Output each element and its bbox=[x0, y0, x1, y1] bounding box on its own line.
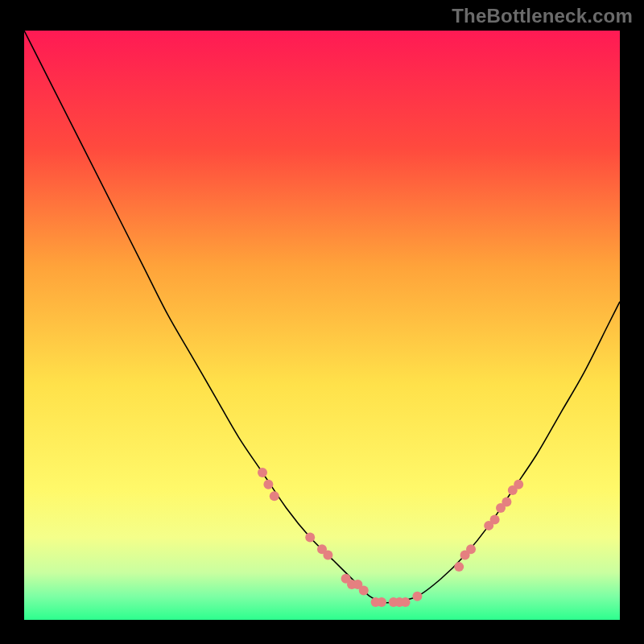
marker-point bbox=[514, 480, 523, 489]
marker-point bbox=[263, 480, 273, 489]
gradient-background bbox=[24, 31, 620, 620]
marker-point bbox=[323, 550, 332, 559]
marker-point bbox=[401, 597, 411, 607]
plot-area bbox=[24, 31, 620, 620]
marker-point bbox=[454, 562, 464, 572]
marker-point bbox=[305, 533, 315, 543]
marker-point bbox=[412, 592, 422, 601]
watermark-label: TheBottleneck.com bbox=[452, 5, 633, 27]
marker-point bbox=[377, 597, 386, 607]
marker-point bbox=[466, 544, 476, 554]
marker-point bbox=[270, 491, 279, 501]
marker-point bbox=[359, 585, 369, 595]
chart-svg bbox=[24, 31, 620, 620]
figure-root: TheBottleneck.com bbox=[0, 0, 644, 644]
marker-point bbox=[502, 497, 511, 507]
marker-point bbox=[258, 468, 267, 477]
marker-point bbox=[490, 515, 500, 525]
